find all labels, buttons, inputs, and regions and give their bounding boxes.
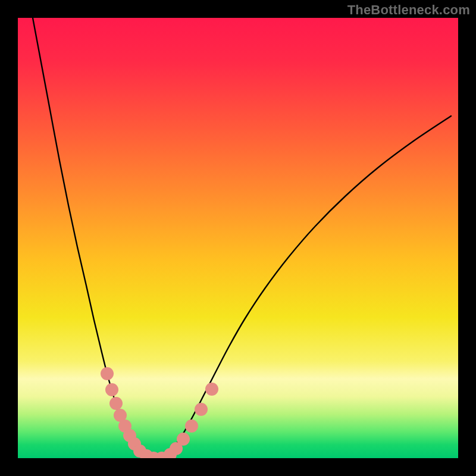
marker-dot xyxy=(185,419,198,433)
marker-dot xyxy=(109,397,123,410)
marker-dot xyxy=(195,403,208,416)
curve-layer xyxy=(18,18,458,458)
bottleneck-curve xyxy=(33,18,451,458)
curve-markers xyxy=(101,367,218,458)
marker-dot xyxy=(105,383,118,396)
chart-frame: TheBottleneck.com xyxy=(0,0,476,476)
marker-dot xyxy=(205,383,218,396)
marker-dot xyxy=(177,433,190,446)
plot-area xyxy=(18,18,458,458)
marker-dot xyxy=(101,367,114,380)
watermark-text: TheBottleneck.com xyxy=(347,2,470,18)
